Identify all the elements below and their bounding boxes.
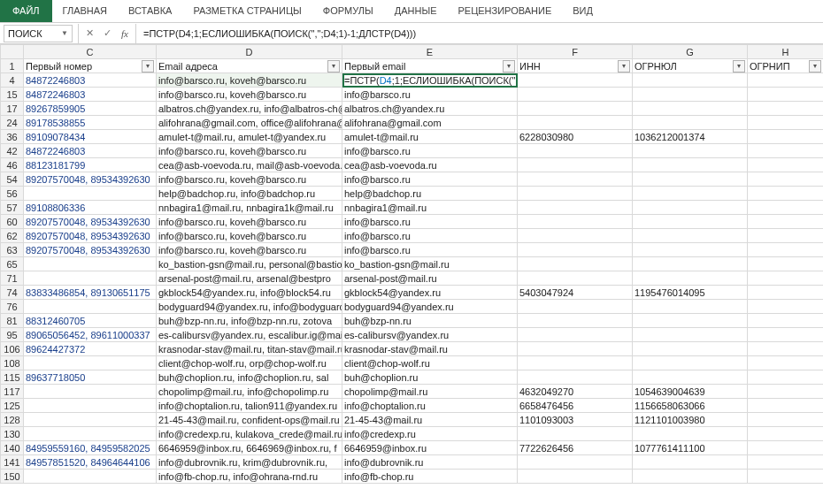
cell[interactable]: [518, 144, 633, 158]
cell[interactable]: [24, 257, 157, 271]
cell[interactable]: =ПСТР(D4;1;ЕСЛИОШИБКА(ПОИСК(",";D4;1)-1;…: [342, 73, 518, 88]
row-header[interactable]: 106: [1, 342, 24, 356]
cell[interactable]: 89267859905: [24, 102, 157, 116]
cell[interactable]: [633, 470, 748, 484]
cell[interactable]: Email адреса: [157, 59, 342, 73]
cell[interactable]: info@barsco.ru: [342, 229, 518, 243]
cell[interactable]: 89207570048, 89534392630: [24, 215, 157, 229]
cell[interactable]: ko_bastion-gsn@mail.ru, personal@bastion…: [157, 257, 342, 271]
cell[interactable]: [24, 385, 157, 399]
cell[interactable]: 1077761411100: [633, 441, 748, 455]
cell[interactable]: info@barsco.ru, koveh@barsco.ru: [157, 229, 342, 243]
row-header[interactable]: 115: [1, 370, 24, 385]
cell[interactable]: alifohrana@gmail.com: [342, 116, 518, 130]
cell[interactable]: [633, 158, 748, 172]
cell[interactable]: [518, 243, 633, 257]
cell[interactable]: [518, 342, 633, 356]
cell[interactable]: 84872246803: [24, 144, 157, 158]
cell[interactable]: info@barsco.ru, koveh@barsco.ru: [157, 88, 342, 102]
row-header[interactable]: 81: [1, 314, 24, 328]
cell[interactable]: bodyguard94@yandex.ru: [342, 300, 518, 314]
cell[interactable]: 7722626456: [518, 441, 633, 455]
cell[interactable]: chopolimp@mail.ru: [342, 385, 518, 399]
row-header[interactable]: 95: [1, 328, 24, 342]
cell[interactable]: 89109078434: [24, 130, 157, 144]
cell[interactable]: 4632049270: [518, 385, 633, 399]
cell[interactable]: [518, 187, 633, 201]
cell[interactable]: [24, 427, 157, 441]
cell[interactable]: info@fb-chop.ru: [342, 470, 518, 484]
cell[interactable]: [633, 427, 748, 441]
row-header[interactable]: 71: [1, 271, 24, 286]
cell[interactable]: [748, 243, 824, 257]
row-header[interactable]: 63: [1, 243, 24, 257]
cell[interactable]: [748, 300, 824, 314]
row-header[interactable]: 76: [1, 300, 24, 314]
row-header[interactable]: 62: [1, 229, 24, 243]
cell[interactable]: info@barsco.ru, koveh@barsco.ru: [157, 144, 342, 158]
cell[interactable]: [748, 88, 824, 102]
cell[interactable]: krasnodar-stav@mail.ru: [342, 342, 518, 356]
cell[interactable]: amulet-t@mail.ru, amulet-t@yandex.ru: [157, 130, 342, 144]
cell[interactable]: [24, 470, 157, 484]
cell[interactable]: [748, 314, 824, 328]
cell[interactable]: 1121101003980: [633, 413, 748, 427]
cell[interactable]: [633, 229, 748, 243]
cell[interactable]: Первый номер: [24, 59, 157, 73]
cell[interactable]: ИНН: [518, 59, 633, 73]
cell[interactable]: alifohrana@gmail.com, office@alifohrana@…: [157, 116, 342, 130]
cell[interactable]: es-calibursv@yandex.ru: [342, 328, 518, 342]
cell[interactable]: buh@choplion.ru: [342, 370, 518, 385]
cell[interactable]: 21-45-43@mail.ru: [342, 413, 518, 427]
row-header[interactable]: 36: [1, 130, 24, 144]
fx-icon[interactable]: fx: [116, 28, 134, 39]
row-header[interactable]: 150: [1, 470, 24, 484]
cell[interactable]: Первый email: [342, 59, 518, 73]
row-header[interactable]: 46: [1, 158, 24, 172]
cell[interactable]: info@barsco.ru, koveh@barsco.ru: [157, 172, 342, 187]
cell[interactable]: 83833486854, 89130651175: [24, 286, 157, 300]
tab-data[interactable]: ДАННЫЕ: [384, 0, 448, 22]
cell[interactable]: 1101093003: [518, 413, 633, 427]
cancel-icon[interactable]: ✕: [81, 27, 98, 39]
cell[interactable]: [748, 144, 824, 158]
cell[interactable]: 89065056452, 89611000337: [24, 328, 157, 342]
cell[interactable]: 89207570048, 89534392630: [24, 243, 157, 257]
cell[interactable]: amulet-t@mail.ru: [342, 130, 518, 144]
cell[interactable]: arsenal-post@mail.ru, arsenal@bestpro: [157, 271, 342, 286]
row-header[interactable]: 117: [1, 385, 24, 399]
row-header[interactable]: 65: [1, 257, 24, 271]
cell[interactable]: [24, 271, 157, 286]
cell[interactable]: ОГРНЮЛ: [633, 59, 748, 73]
cell[interactable]: info@barsco.ru, koveh@barsco.ru: [157, 73, 342, 88]
col-header-h[interactable]: H: [748, 45, 824, 59]
cell[interactable]: [748, 286, 824, 300]
cell[interactable]: 6646959@inbox.ru, 6646969@inbox.ru, f: [157, 441, 342, 455]
cell[interactable]: 84959559160, 84959582025: [24, 441, 157, 455]
cell[interactable]: [633, 73, 748, 88]
cell[interactable]: [633, 172, 748, 187]
cell[interactable]: 6646959@inbox.ru: [342, 441, 518, 455]
row-header[interactable]: 1: [1, 59, 24, 73]
cell[interactable]: info@barsco.ru: [342, 88, 518, 102]
cell[interactable]: [748, 130, 824, 144]
row-header[interactable]: 54: [1, 172, 24, 187]
col-header-f[interactable]: F: [518, 45, 633, 59]
cell[interactable]: 89207570048, 89534392630: [24, 229, 157, 243]
cell[interactable]: info@fb-chop.ru, info@ohrana-rnd.ru: [157, 470, 342, 484]
cell[interactable]: [24, 413, 157, 427]
cell[interactable]: [518, 215, 633, 229]
cell[interactable]: info@credexp.ru, kulakova_crede@mail.ru: [157, 427, 342, 441]
cell[interactable]: info@barsco.ru: [342, 215, 518, 229]
cell[interactable]: 1054639004639: [633, 385, 748, 399]
cell[interactable]: [748, 215, 824, 229]
cell[interactable]: [748, 158, 824, 172]
cell[interactable]: [748, 441, 824, 455]
cell[interactable]: [633, 300, 748, 314]
cell[interactable]: arsenal-post@mail.ru: [342, 271, 518, 286]
cell[interactable]: info@barsco.ru, koveh@barsco.ru: [157, 243, 342, 257]
cell[interactable]: [518, 102, 633, 116]
cell[interactable]: [748, 271, 824, 286]
cell[interactable]: 1195476014095: [633, 286, 748, 300]
cell[interactable]: [748, 229, 824, 243]
